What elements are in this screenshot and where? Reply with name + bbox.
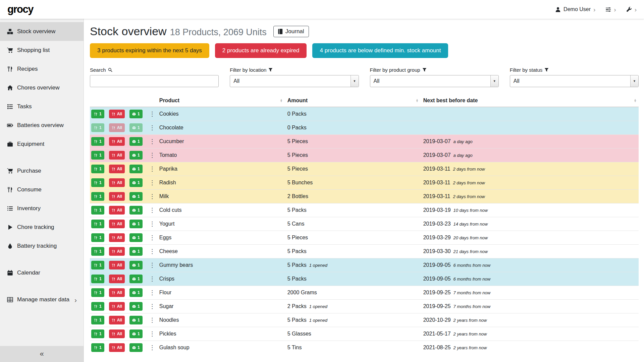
sidebar-item-inventory[interactable]: Inventory bbox=[0, 199, 84, 218]
consume-one-button[interactable]: 1 bbox=[91, 123, 104, 132]
consume-one-button[interactable]: 1 bbox=[91, 206, 104, 215]
consume-one-button[interactable]: 1 bbox=[91, 302, 104, 311]
sidebar-item-tasks[interactable]: Tasks bbox=[0, 97, 84, 116]
consume-all-button[interactable]: All bbox=[109, 302, 125, 311]
open-one-button[interactable]: 1 bbox=[129, 261, 143, 269]
consume-all-button[interactable]: All bbox=[109, 329, 125, 338]
row-menu-button[interactable]: ⋮ bbox=[149, 235, 155, 241]
alert-danger[interactable]: 2 products are already expired bbox=[215, 43, 307, 58]
consume-all-button[interactable]: All bbox=[109, 110, 125, 118]
open-one-button[interactable]: 1 bbox=[129, 192, 143, 201]
column-header-amount[interactable]: Amount ▴▾ bbox=[285, 95, 421, 107]
admin-menu[interactable]: › bbox=[626, 6, 637, 13]
consume-one-button[interactable]: 1 bbox=[91, 220, 104, 228]
row-menu-button[interactable]: ⋮ bbox=[149, 180, 155, 186]
consume-one-button[interactable]: 1 bbox=[91, 110, 104, 118]
consume-one-button[interactable]: 1 bbox=[91, 288, 104, 297]
stock-settings-menu[interactable]: › bbox=[605, 6, 616, 13]
open-one-button[interactable]: 1 bbox=[129, 233, 143, 242]
consume-all-button[interactable]: All bbox=[109, 192, 125, 201]
consume-all-button[interactable]: All bbox=[109, 247, 125, 256]
status-select[interactable]: All ▼ bbox=[510, 75, 639, 87]
consume-one-button[interactable]: 1 bbox=[91, 275, 104, 283]
consume-one-button[interactable]: 1 bbox=[91, 343, 104, 352]
search-input[interactable] bbox=[90, 75, 219, 87]
consume-one-button[interactable]: 1 bbox=[91, 137, 104, 146]
consume-one-button[interactable]: 1 bbox=[91, 233, 104, 242]
open-one-button[interactable]: 1 bbox=[129, 151, 143, 160]
row-menu-button[interactable]: ⋮ bbox=[149, 221, 155, 227]
open-one-button[interactable]: 1 bbox=[129, 110, 143, 118]
consume-all-button[interactable]: All bbox=[109, 206, 125, 215]
open-one-button[interactable]: 1 bbox=[129, 302, 143, 311]
open-one-button[interactable]: 1 bbox=[129, 247, 143, 256]
column-header-product[interactable]: Product ▴▾ bbox=[157, 95, 285, 107]
open-one-button[interactable]: 1 bbox=[129, 165, 143, 173]
row-menu-button[interactable]: ⋮ bbox=[149, 345, 155, 351]
open-one-button[interactable]: 1 bbox=[129, 288, 143, 297]
row-menu-button[interactable]: ⋮ bbox=[149, 166, 155, 172]
product-group-select[interactable]: All ▼ bbox=[370, 75, 499, 87]
sidebar-item-calendar[interactable]: Calendar bbox=[0, 263, 84, 282]
sidebar-item-batteries-overview[interactable]: Batteries overview bbox=[0, 116, 84, 135]
open-one-button[interactable]: 1 bbox=[129, 316, 143, 324]
sidebar-item-purchase[interactable]: Purchase bbox=[0, 162, 84, 180]
consume-all-button[interactable]: All bbox=[109, 261, 125, 269]
app-logo[interactable]: grocy bbox=[7, 3, 33, 15]
sidebar-item-battery-tracking[interactable]: Battery tracking bbox=[0, 237, 84, 255]
row-menu-button[interactable]: ⋮ bbox=[149, 111, 155, 117]
open-one-button[interactable]: 1 bbox=[129, 329, 143, 338]
consume-all-button[interactable]: All bbox=[109, 220, 125, 228]
row-menu-button[interactable]: ⋮ bbox=[149, 207, 155, 213]
sidebar-item-consume[interactable]: Consume bbox=[0, 180, 84, 199]
row-menu-button[interactable]: ⋮ bbox=[149, 152, 155, 158]
row-menu-button[interactable]: ⋮ bbox=[149, 290, 155, 296]
sidebar-item-recipes[interactable]: Recipes bbox=[0, 60, 84, 78]
open-one-button[interactable]: 1 bbox=[129, 178, 143, 187]
consume-all-button[interactable]: All bbox=[109, 343, 125, 352]
consume-all-button[interactable]: All bbox=[109, 178, 125, 187]
location-select[interactable]: All ▼ bbox=[230, 75, 359, 87]
sidebar-collapse-button[interactable]: « bbox=[0, 346, 84, 362]
open-one-button[interactable]: 1 bbox=[129, 137, 143, 146]
consume-all-button[interactable]: All bbox=[109, 288, 125, 297]
sidebar-item-chores-overview[interactable]: Chores overview bbox=[0, 78, 84, 97]
alert-warning[interactable]: 3 products expiring within the next 5 da… bbox=[90, 43, 209, 58]
consume-all-button[interactable]: All bbox=[109, 233, 125, 242]
row-menu-button[interactable]: ⋮ bbox=[149, 125, 155, 131]
open-one-button[interactable]: 1 bbox=[129, 220, 143, 228]
row-menu-button[interactable]: ⋮ bbox=[149, 317, 155, 323]
sidebar-item-stock-overview[interactable]: Stock overview bbox=[0, 22, 84, 41]
consume-all-button[interactable]: All bbox=[109, 123, 125, 132]
journal-button[interactable]: Journal bbox=[273, 26, 309, 37]
sidebar-item-chore-tracking[interactable]: Chore tracking bbox=[0, 218, 84, 237]
consume-one-button[interactable]: 1 bbox=[91, 329, 104, 338]
row-menu-button[interactable]: ⋮ bbox=[149, 193, 155, 199]
open-one-button[interactable]: 1 bbox=[129, 206, 143, 215]
open-one-button[interactable]: 1 bbox=[129, 123, 143, 132]
user-menu[interactable]: Demo User › bbox=[555, 6, 595, 13]
sidebar-item-equipment[interactable]: Equipment bbox=[0, 135, 84, 154]
open-one-button[interactable]: 1 bbox=[129, 275, 143, 283]
open-one-button[interactable]: 1 bbox=[129, 343, 143, 352]
row-menu-button[interactable]: ⋮ bbox=[149, 331, 155, 337]
consume-all-button[interactable]: All bbox=[109, 316, 125, 324]
consume-one-button[interactable]: 1 bbox=[91, 316, 104, 324]
consume-all-button[interactable]: All bbox=[109, 137, 125, 146]
row-menu-button[interactable]: ⋮ bbox=[149, 138, 155, 144]
consume-one-button[interactable]: 1 bbox=[91, 192, 104, 201]
alert-info[interactable]: 4 products are below defined min. stock … bbox=[312, 43, 448, 58]
column-header-best-before[interactable]: Next best before date ▴▾ bbox=[421, 95, 639, 107]
consume-all-button[interactable]: All bbox=[109, 275, 125, 283]
consume-one-button[interactable]: 1 bbox=[91, 151, 104, 160]
sidebar-item-manage-master-data[interactable]: Manage master data› bbox=[0, 290, 84, 309]
consume-all-button[interactable]: All bbox=[109, 151, 125, 160]
consume-one-button[interactable]: 1 bbox=[91, 247, 104, 256]
row-menu-button[interactable]: ⋮ bbox=[149, 248, 155, 254]
consume-all-button[interactable]: All bbox=[109, 165, 125, 173]
consume-one-button[interactable]: 1 bbox=[91, 261, 104, 269]
row-menu-button[interactable]: ⋮ bbox=[149, 303, 155, 309]
sidebar-item-shopping-list[interactable]: Shopping list bbox=[0, 41, 84, 60]
consume-one-button[interactable]: 1 bbox=[91, 178, 104, 187]
row-menu-button[interactable]: ⋮ bbox=[149, 262, 155, 268]
